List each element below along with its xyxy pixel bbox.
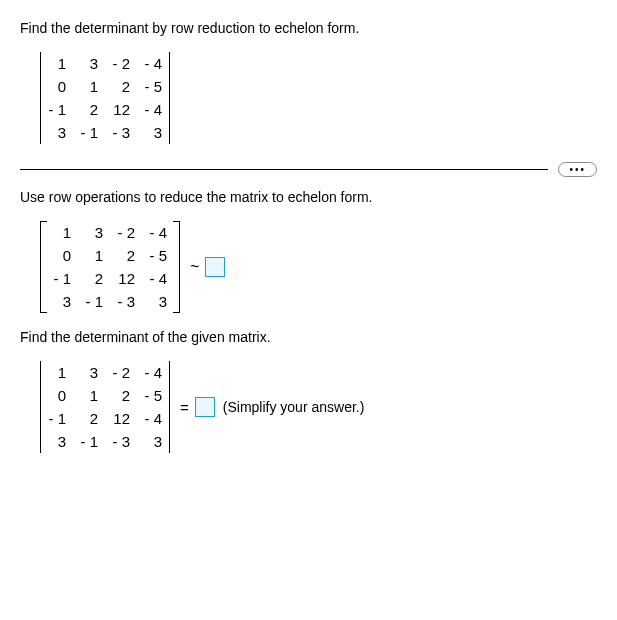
determinant-matrix-top: 13- 2- 4 012- 5 - 1212- 4 3- 1- 33	[40, 52, 170, 144]
table-row: - 1212- 4	[41, 407, 169, 430]
divider	[20, 169, 548, 170]
instruction-find-det: Find the determinant of the given matrix…	[20, 329, 597, 345]
table-row: 3- 1- 33	[41, 430, 169, 453]
table-row: - 1212- 4	[41, 98, 169, 121]
simplify-hint: (Simplify your answer.)	[223, 399, 365, 415]
determinant-answer-input[interactable]	[195, 397, 215, 417]
more-button[interactable]: •••	[558, 162, 597, 177]
echelon-answer-input[interactable]	[205, 257, 225, 277]
table-row: 13- 2- 4	[46, 221, 174, 244]
equals-symbol: =	[180, 399, 189, 416]
table-row: 13- 2- 4	[41, 361, 169, 384]
instruction-main: Find the determinant by row reduction to…	[20, 20, 597, 36]
table-row: - 1212- 4	[46, 267, 174, 290]
table-row: 012- 5	[46, 244, 174, 267]
table-row: 012- 5	[41, 384, 169, 407]
bracket-matrix: 13- 2- 4 012- 5 - 1212- 4 3- 1- 33	[40, 221, 180, 313]
table-row: 13- 2- 4	[41, 52, 169, 75]
table-row: 3- 1- 33	[46, 290, 174, 313]
instruction-row-ops: Use row operations to reduce the matrix …	[20, 189, 597, 205]
table-row: 012- 5	[41, 75, 169, 98]
tilde-symbol: ~	[190, 258, 199, 276]
table-row: 3- 1- 33	[41, 121, 169, 144]
determinant-matrix-bottom: 13- 2- 4 012- 5 - 1212- 4 3- 1- 33	[40, 361, 170, 453]
